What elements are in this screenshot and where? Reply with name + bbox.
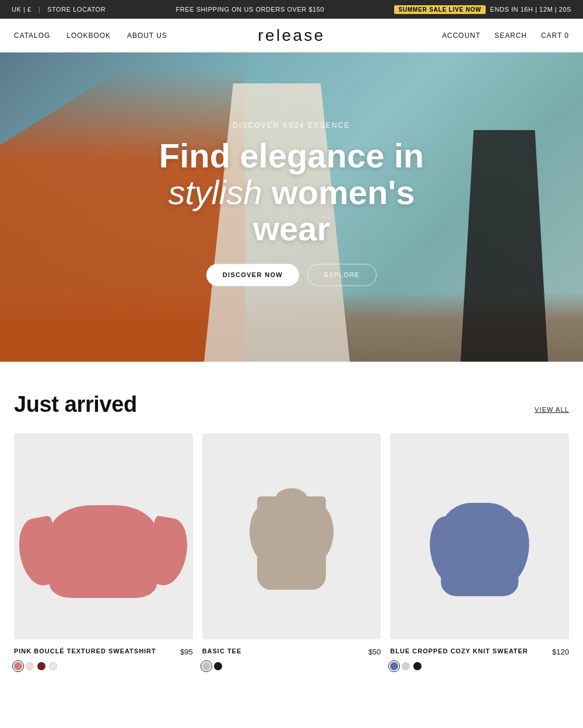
body-1 bbox=[50, 505, 157, 598]
color-swatches-1 bbox=[14, 662, 193, 670]
swatch-1-1[interactable] bbox=[26, 662, 34, 670]
product-name-2: BASIC TEE bbox=[202, 648, 242, 654]
nav-left: CATALOG LOOKBOOK ABOUT US bbox=[14, 32, 167, 40]
hero-title-line2: women's bbox=[272, 173, 415, 211]
hero-content: DISCOVER SS24 ESSENCE Find elegance in s… bbox=[146, 121, 437, 286]
nav-cart[interactable]: CART 0 bbox=[541, 32, 569, 40]
nav-search[interactable]: SEARCH bbox=[494, 32, 527, 40]
just-arrived-section: Just arrived VIEW ALL PINK BOUCLÉ TEXTUR… bbox=[0, 362, 583, 694]
color-swatches-3 bbox=[390, 662, 569, 670]
section-title: Just arrived bbox=[14, 392, 137, 417]
color-swatches-2 bbox=[202, 662, 381, 670]
countdown-label: ENDS IN bbox=[490, 6, 518, 13]
main-navigation: CATALOG LOOKBOOK ABOUT US release ACCOUN… bbox=[0, 19, 583, 52]
product-card-3[interactable]: BLUE CROPPED COZY KNIT SWEATER $120 bbox=[390, 433, 569, 670]
section-header: Just arrived VIEW ALL bbox=[14, 392, 569, 417]
product-name-1: PINK BOUCLÉ TEXTURED SWEATSHIRT bbox=[14, 648, 156, 654]
nav-catalog[interactable]: CATALOG bbox=[14, 32, 50, 40]
product-image-3 bbox=[390, 433, 569, 639]
swatch-2-0[interactable] bbox=[202, 662, 210, 670]
product-info-2: BASIC TEE $50 bbox=[202, 648, 381, 656]
product-price-3: $120 bbox=[552, 648, 569, 656]
view-all-link[interactable]: VIEW ALL bbox=[535, 406, 569, 413]
discover-now-button[interactable]: DISCOVER NOW bbox=[206, 264, 299, 286]
countdown-value: 16H | 12M | 20S bbox=[521, 6, 571, 13]
hero-title-line3: wear bbox=[253, 210, 330, 248]
swatch-2-1[interactable] bbox=[214, 662, 222, 670]
nav-account[interactable]: ACCOUNT bbox=[442, 32, 480, 40]
region-selector[interactable]: UK | £ bbox=[12, 6, 31, 13]
swatch-3-0[interactable] bbox=[390, 662, 398, 670]
product-info-3: BLUE CROPPED COZY KNIT SWEATER $120 bbox=[390, 648, 569, 656]
product-price-2: $50 bbox=[368, 648, 381, 656]
product-card-2[interactable]: BASIC TEE $50 bbox=[202, 433, 381, 670]
hero-buttons: DISCOVER NOW EXPLORE bbox=[146, 264, 437, 286]
hero-title-italic: stylish bbox=[168, 173, 262, 211]
announcement-center: FREE SHIPPING ON US ORDERS OVER $150 bbox=[106, 6, 394, 13]
site-logo[interactable]: release bbox=[258, 26, 325, 45]
tee-body bbox=[257, 496, 326, 590]
swatch-3-1[interactable] bbox=[402, 662, 410, 670]
separator: | bbox=[38, 6, 40, 13]
product-image-2 bbox=[202, 433, 381, 639]
sweater-graphic-1 bbox=[50, 475, 157, 598]
tee-graphic bbox=[236, 470, 347, 603]
hero-section: DISCOVER SS24 ESSENCE Find elegance in s… bbox=[0, 52, 583, 362]
nav-lookbook[interactable]: LOOKBOOK bbox=[66, 32, 111, 40]
swatch-3-2[interactable] bbox=[413, 662, 422, 670]
announcement-right: SUMMER SALE LIVE NOW ENDS IN 16H | 12M |… bbox=[394, 5, 571, 14]
product-name-3: BLUE CROPPED COZY KNIT SWEATER bbox=[390, 648, 528, 654]
store-locator-link[interactable]: STORE LOCATOR bbox=[47, 6, 106, 13]
sweater-graphic-3 bbox=[423, 470, 537, 603]
countdown-timer: ENDS IN 16H | 12M | 20S bbox=[490, 6, 571, 13]
products-grid: PINK BOUCLÉ TEXTURED SWEATSHIRT $95 bbox=[14, 433, 569, 670]
announcement-left: UK | £ | STORE LOCATOR bbox=[12, 6, 106, 13]
announcement-bar: UK | £ | STORE LOCATOR FREE SHIPPING ON … bbox=[0, 0, 583, 19]
sale-badge: SUMMER SALE LIVE NOW bbox=[394, 5, 485, 14]
product-image-1 bbox=[14, 433, 193, 639]
hero-eyebrow: DISCOVER SS24 ESSENCE bbox=[146, 121, 437, 130]
hero-title: Find elegance in stylish women's wear bbox=[146, 138, 437, 247]
swatch-1-3[interactable] bbox=[49, 662, 57, 670]
hero-figure-right bbox=[461, 130, 548, 362]
nav-about-us[interactable]: ABOUT US bbox=[127, 32, 167, 40]
tee-neck bbox=[276, 488, 307, 507]
product-price-1: $95 bbox=[180, 648, 193, 656]
swatch-1-0[interactable] bbox=[14, 662, 22, 670]
explore-button[interactable]: EXPLORE bbox=[307, 264, 377, 286]
swatch-1-2[interactable] bbox=[37, 662, 45, 670]
hero-title-line1: Find elegance in bbox=[159, 136, 424, 174]
nav-right: ACCOUNT SEARCH CART 0 bbox=[442, 32, 569, 40]
product-card-1[interactable]: PINK BOUCLÉ TEXTURED SWEATSHIRT $95 bbox=[14, 433, 193, 670]
product-info-1: PINK BOUCLÉ TEXTURED SWEATSHIRT $95 bbox=[14, 648, 193, 656]
sweater-body-blue bbox=[441, 503, 518, 596]
